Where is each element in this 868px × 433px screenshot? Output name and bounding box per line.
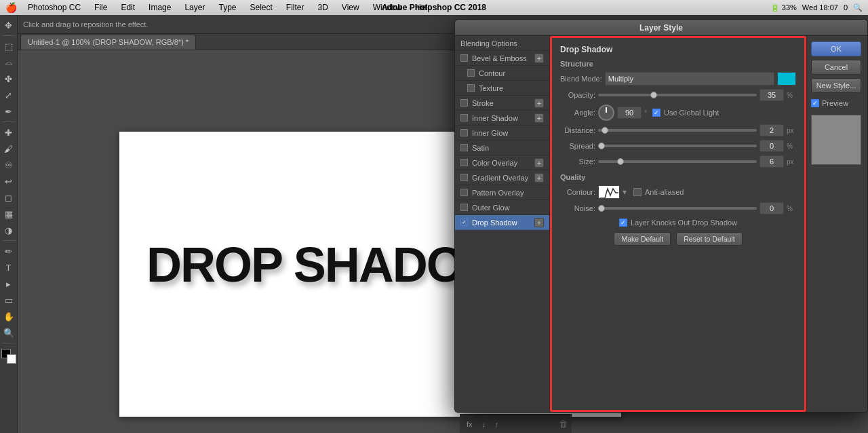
tool-marquee-rect[interactable]: ⬚ xyxy=(1,39,16,54)
fd-texture-check[interactable] xyxy=(467,84,475,92)
apple-menu[interactable]: 🍎 xyxy=(5,2,17,13)
opacity-slider[interactable] xyxy=(598,94,757,96)
fd-contour-check[interactable] xyxy=(467,69,475,77)
make-default-button[interactable]: Make Default xyxy=(614,232,671,246)
fx-button[interactable]: fx xyxy=(464,419,475,430)
contour-button[interactable] xyxy=(598,185,620,199)
fd-gradient-overlay-check[interactable] xyxy=(460,174,468,181)
ok-button[interactable]: OK xyxy=(811,41,861,56)
tool-lasso[interactable]: ⌓ xyxy=(1,55,16,70)
menu-layer[interactable]: Layer xyxy=(182,3,208,12)
noise-input[interactable] xyxy=(760,202,784,214)
menu-image[interactable]: Image xyxy=(146,3,174,12)
menu-type[interactable]: Type xyxy=(216,3,239,12)
angle-dial[interactable] xyxy=(598,105,614,121)
fd-stroke-check[interactable] xyxy=(460,99,468,107)
fd-blending-options[interactable]: Blending Options xyxy=(455,36,549,51)
distance-input[interactable] xyxy=(760,124,784,136)
fd-stroke[interactable]: Stroke + xyxy=(455,96,549,111)
menu-3d[interactable]: 3D xyxy=(315,3,331,12)
fd-texture[interactable]: Texture xyxy=(455,81,549,96)
tool-crop[interactable]: ⤢ xyxy=(1,88,16,102)
anti-aliased-checkbox[interactable] xyxy=(633,188,642,196)
fx-delete-btn[interactable]: 🗑 xyxy=(559,419,568,429)
new-style-button[interactable]: New Style... xyxy=(811,78,861,93)
tool-zoom[interactable]: 🔍 xyxy=(1,325,16,340)
tool-history-brush[interactable]: ↩ xyxy=(1,174,16,189)
shadow-color-swatch[interactable] xyxy=(777,72,796,86)
fd-inner-shadow-check[interactable] xyxy=(460,114,468,121)
fd-inner-shadow-add[interactable]: + xyxy=(534,113,544,123)
color-swatches[interactable] xyxy=(1,349,16,364)
tool-eyedropper[interactable]: ✒ xyxy=(1,104,16,119)
size-slider-handle[interactable] xyxy=(617,158,624,165)
background-color[interactable] xyxy=(7,354,16,364)
tool-hand[interactable]: ✋ xyxy=(1,309,16,324)
distance-slider[interactable] xyxy=(598,129,757,132)
tool-text[interactable]: T xyxy=(1,260,16,275)
fd-contour[interactable]: Contour xyxy=(455,66,549,81)
fd-color-overlay-check[interactable] xyxy=(460,159,468,166)
menu-select[interactable]: Select xyxy=(247,3,275,12)
fd-satin[interactable]: Satin xyxy=(455,140,549,155)
noise-slider-handle[interactable] xyxy=(598,205,605,212)
distance-slider-handle[interactable] xyxy=(601,127,608,134)
tool-quick-select[interactable]: ✤ xyxy=(1,71,16,86)
fd-inner-shadow[interactable]: Inner Shadow + xyxy=(455,111,549,126)
spread-input[interactable] xyxy=(760,140,784,152)
size-slider[interactable] xyxy=(598,160,757,163)
fd-pattern-overlay-check[interactable] xyxy=(460,189,468,196)
fd-inner-glow[interactable]: Inner Glow xyxy=(455,126,549,140)
tool-pen[interactable]: ✏ xyxy=(1,244,16,259)
fd-gradient-overlay[interactable]: Gradient Overlay + xyxy=(455,170,549,185)
fx-down-btn[interactable]: ↓ xyxy=(479,419,489,430)
reset-default-button[interactable]: Reset to Default xyxy=(676,232,742,246)
fd-stroke-add[interactable]: + xyxy=(534,98,544,108)
menu-view[interactable]: View xyxy=(339,3,362,12)
fd-outer-glow[interactable]: Outer Glow xyxy=(455,200,549,215)
noise-slider[interactable] xyxy=(598,207,757,210)
tool-shape[interactable]: ▭ xyxy=(1,293,16,307)
tool-eraser[interactable]: ◻ xyxy=(1,190,16,205)
menu-filter[interactable]: Filter xyxy=(283,3,307,12)
blend-mode-select[interactable]: Multiply Normal Screen Overlay xyxy=(605,72,774,86)
cancel-button[interactable]: Cancel xyxy=(811,60,861,75)
fd-satin-check[interactable] xyxy=(460,144,468,151)
search-icon[interactable]: 🔍 xyxy=(853,3,863,12)
spread-slider-handle[interactable] xyxy=(598,143,605,149)
tool-gradient[interactable]: ▦ xyxy=(1,206,16,221)
fd-inner-glow-check[interactable] xyxy=(460,129,468,136)
fd-drop-shadow-check[interactable]: ✓ xyxy=(460,219,468,226)
opacity-input[interactable] xyxy=(760,89,784,101)
fd-color-overlay[interactable]: Color Overlay + xyxy=(455,155,549,170)
preview-checkbox[interactable]: ✓ xyxy=(811,99,819,107)
fd-outer-glow-check[interactable] xyxy=(460,204,468,211)
menu-photoshop[interactable]: Photoshop CC xyxy=(25,3,83,12)
fd-bevel-checkbox[interactable] xyxy=(460,54,468,62)
tool-clone[interactable]: ♾ xyxy=(1,157,16,172)
tool-dodge[interactable]: ◑ xyxy=(1,223,16,238)
fd-drop-shadow-add[interactable]: + xyxy=(534,218,544,227)
tool-heal[interactable]: ✚ xyxy=(1,125,16,140)
menu-edit[interactable]: Edit xyxy=(118,3,138,12)
blend-mode-select-wrap[interactable]: Multiply Normal Screen Overlay xyxy=(605,72,774,86)
fd-bevel-add[interactable]: + xyxy=(534,54,544,63)
angle-input[interactable] xyxy=(617,107,642,119)
doc-tab-active[interactable]: Untitled-1 @ 100% (DROP SHADOW, RGB/8*) … xyxy=(20,35,196,50)
menu-file[interactable]: File xyxy=(92,3,110,12)
tool-path-select[interactable]: ▸ xyxy=(1,276,16,291)
size-input[interactable] xyxy=(760,155,784,168)
tool-move[interactable]: ✥ xyxy=(1,18,16,33)
tool-brush[interactable]: 🖌 xyxy=(1,141,16,156)
fd-color-overlay-add[interactable]: + xyxy=(534,158,544,168)
fd-pattern-overlay[interactable]: Pattern Overlay xyxy=(455,185,549,200)
fx-up-btn[interactable]: ↑ xyxy=(492,419,502,430)
contour-dropdown-icon[interactable]: ▾ xyxy=(623,187,627,197)
global-light-checkbox[interactable]: ✓ xyxy=(652,109,660,117)
fd-drop-shadow[interactable]: ✓ Drop Shadow + xyxy=(455,215,549,230)
fd-gradient-overlay-add[interactable]: + xyxy=(534,173,544,183)
layer-knocks-out-checkbox[interactable]: ✓ xyxy=(619,219,627,227)
fd-bevel-emboss[interactable]: Bevel & Emboss + xyxy=(455,51,549,66)
spread-slider[interactable] xyxy=(598,145,757,147)
opacity-slider-handle[interactable] xyxy=(650,92,657,98)
